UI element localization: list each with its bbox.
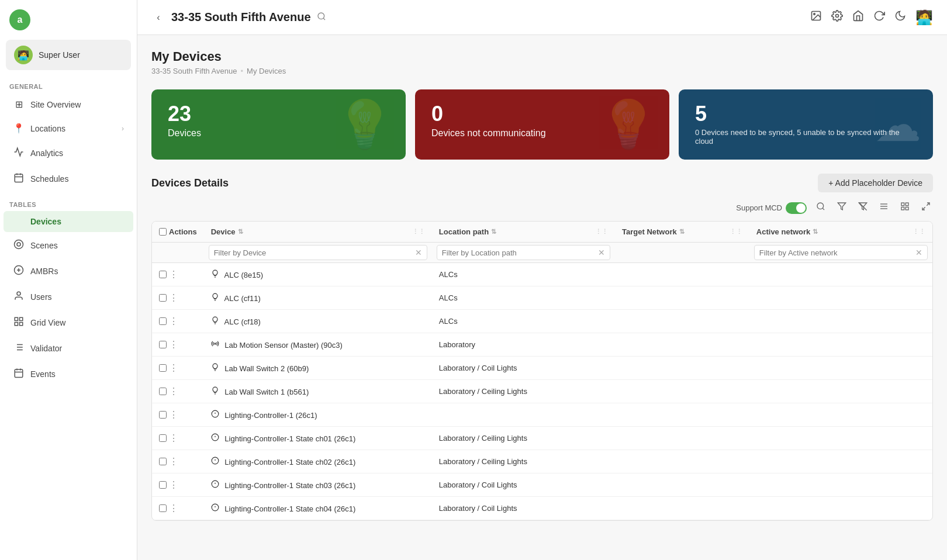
table-row: ⋮ Lighting-Controller-1 State ch04 (26c1…: [152, 497, 932, 520]
filter-location-clear[interactable]: ✕: [598, 248, 605, 257]
sidebar-item-label: Locations: [30, 124, 65, 133]
row-target-cell: [615, 427, 749, 450]
svg-rect-40: [905, 207, 908, 210]
svg-rect-12: [15, 323, 18, 326]
search-toolbar-icon[interactable]: [814, 199, 828, 216]
row-menu-button[interactable]: ⋮: [169, 479, 179, 490]
topbar: ‹ 33-35 South Fifth Avenue 🧑‍💻: [137, 0, 947, 35]
fullscreen-icon[interactable]: [919, 199, 933, 216]
sidebar-item-ambrs[interactable]: AMBRs: [4, 259, 133, 284]
breadcrumb-root[interactable]: 33-35 South Fifth Avenue: [151, 67, 237, 75]
row-actions-cell: ⋮: [152, 357, 204, 380]
add-placeholder-button[interactable]: + Add Placeholder Device: [818, 174, 933, 192]
filter-device-input[interactable]: [214, 248, 413, 257]
col-menu-icon[interactable]: ⋮⋮: [595, 228, 608, 236]
row-menu-button[interactable]: ⋮: [169, 433, 179, 444]
row-checkbox[interactable]: [159, 341, 167, 348]
row-menu-button[interactable]: ⋮: [169, 269, 179, 280]
row-menu-button[interactable]: ⋮: [169, 456, 179, 467]
col-header-target[interactable]: Target Network ⇅ ⋮⋮: [615, 222, 749, 243]
sidebar-item-scenes[interactable]: Scenes: [4, 233, 133, 258]
svg-rect-37: [901, 203, 904, 206]
col-header-device[interactable]: Device ⇅ ⋮⋮: [204, 222, 432, 243]
sidebar-item-validator[interactable]: Validator: [4, 336, 133, 361]
support-mcd-switch[interactable]: [786, 202, 807, 214]
sidebar-item-label: Events: [30, 369, 56, 379]
col-menu-icon[interactable]: ⋮⋮: [913, 228, 925, 236]
filter-active-input[interactable]: [759, 248, 913, 257]
row-checkbox[interactable]: [159, 364, 167, 372]
sidebar-item-schedules[interactable]: Schedules: [4, 167, 133, 191]
filter-icon[interactable]: [835, 199, 849, 216]
col-header-active[interactable]: Active network ⇅ ⋮⋮: [749, 222, 932, 243]
row-target-cell: [615, 263, 749, 286]
filter-location-input[interactable]: [442, 248, 596, 257]
sidebar-item-locations[interactable]: 📍 Locations ›: [4, 117, 133, 140]
users-icon: [13, 291, 25, 303]
ambrs-icon: [13, 265, 25, 278]
row-checkbox[interactable]: [159, 271, 167, 278]
sidebar-item-events[interactable]: Events: [4, 362, 133, 386]
table-row: ⋮ Lab Motion Sensor (Master) (90c3) Labo…: [152, 333, 932, 357]
device-type-icon: [211, 434, 219, 443]
row-checkbox[interactable]: [159, 388, 167, 395]
row-menu-button[interactable]: ⋮: [169, 503, 179, 514]
select-all-checkbox[interactable]: [159, 228, 167, 236]
row-active-cell: [749, 333, 932, 357]
user-avatar-topbar[interactable]: 🧑‍💻: [915, 9, 933, 26]
row-menu-button[interactable]: ⋮: [169, 409, 179, 420]
filter-device-clear[interactable]: ✕: [415, 248, 422, 257]
row-checkbox[interactable]: [159, 411, 167, 419]
row-location-cell: [432, 403, 615, 427]
topbar-search-icon[interactable]: [317, 12, 326, 23]
sidebar-item-analytics[interactable]: Analytics: [4, 141, 133, 165]
row-checkbox[interactable]: [159, 317, 167, 325]
settings-icon[interactable]: [831, 10, 843, 25]
device-name: Lab Wall Switch 2 (60b9): [224, 364, 309, 373]
device-name: ALC (cf11): [224, 294, 261, 303]
svg-point-4: [15, 240, 23, 249]
sidebar-item-devices[interactable]: Devices: [4, 211, 133, 232]
svg-point-29: [817, 203, 824, 209]
col-header-location[interactable]: Location path ⇅ ⋮⋮: [432, 222, 615, 243]
grid-view-toolbar-icon[interactable]: [898, 199, 912, 216]
image-icon[interactable]: [810, 10, 822, 25]
sidebar-item-users[interactable]: Users: [4, 285, 133, 309]
list-view-icon[interactable]: [877, 199, 891, 216]
row-menu-button[interactable]: ⋮: [169, 339, 179, 350]
row-checkbox[interactable]: [159, 504, 167, 512]
row-target-cell: [615, 450, 749, 473]
col-menu-icon[interactable]: ⋮⋮: [412, 228, 425, 236]
row-actions-cell: ⋮: [152, 427, 204, 450]
row-checkbox[interactable]: [159, 294, 167, 302]
app-logo[interactable]: a: [9, 9, 30, 30]
row-menu-button[interactable]: ⋮: [169, 386, 179, 397]
svg-line-25: [323, 18, 325, 20]
filter-active-clear[interactable]: ✕: [915, 248, 922, 257]
refresh-icon[interactable]: [873, 10, 885, 25]
row-menu-button[interactable]: ⋮: [169, 316, 179, 327]
row-menu-button[interactable]: ⋮: [169, 362, 179, 374]
device-name: Lighting-Controller-1 State ch01 (26c1): [224, 434, 355, 443]
schedules-icon: [13, 172, 25, 185]
device-type-icon: [211, 387, 219, 396]
svg-point-28: [836, 15, 839, 18]
dark-mode-icon[interactable]: [894, 10, 906, 25]
row-actions-cell: ⋮: [152, 473, 204, 497]
filter-off-icon[interactable]: [856, 199, 870, 216]
row-actions-cell: ⋮: [152, 333, 204, 357]
row-checkbox[interactable]: [159, 434, 167, 442]
row-checkbox[interactable]: [159, 458, 167, 465]
home-icon[interactable]: [852, 10, 864, 25]
row-checkbox[interactable]: [159, 481, 167, 489]
sidebar-item-grid-view[interactable]: Grid View: [4, 310, 133, 335]
table-header-row: Actions Device ⇅ ⋮⋮ Loca: [152, 222, 932, 243]
table-row: ⋮ Lighting-Controller-1 State ch01 (26c1…: [152, 427, 932, 450]
sidebar-item-site-overview[interactable]: ⊞ Site Overview: [4, 93, 133, 116]
row-location-cell: Laboratory / Coil Lights: [432, 473, 615, 497]
col-menu-icon[interactable]: ⋮⋮: [730, 228, 742, 236]
device-type-icon: [211, 410, 219, 420]
row-menu-button[interactable]: ⋮: [169, 292, 179, 303]
user-profile[interactable]: 🧑‍💻 Super User: [6, 40, 131, 70]
collapse-sidebar-button[interactable]: ‹: [151, 11, 165, 25]
